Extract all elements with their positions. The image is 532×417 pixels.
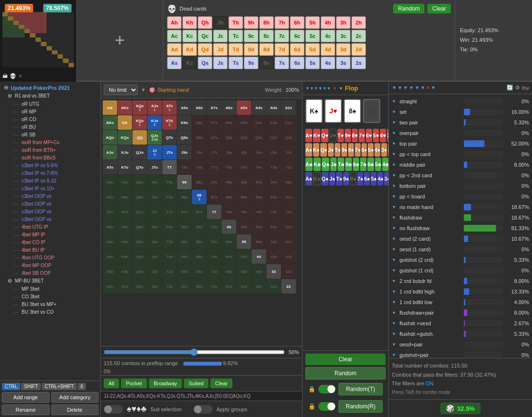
matrix-cell-r4-c11[interactable]: T3s — [266, 160, 281, 174]
matrix-cell-r5-c1[interactable]: K9o — [118, 175, 132, 189]
matrix-cell-r12-c0[interactable]: A2o — [103, 279, 117, 294]
flop-picker-Jd[interactable]: J♦ — [328, 143, 334, 157]
flop-picker-3d[interactable]: 3♦ — [381, 143, 387, 157]
matrix-cell-r2-c2[interactable]: QQ — [133, 130, 147, 145]
matrix-cell-r3-c4[interactable]: JTs — [162, 145, 177, 159]
matrix-cell-r3-c7[interactable]: J7s — [207, 145, 221, 159]
dead-card-Jc[interactable]: Jc — [213, 30, 228, 42]
matrix-cell-r8-c3[interactable]: J6o — [147, 220, 162, 234]
matrix-cell-r9-c2[interactable]: Q5o — [133, 234, 147, 249]
dead-card-4c[interactable]: 4c — [321, 30, 335, 42]
matrix-cell-r12-c7[interactable]: 72o — [207, 279, 221, 294]
matrix-cell-r3-c1[interactable]: KJo — [118, 145, 132, 159]
flop-picker-As[interactable]: A♠ — [305, 172, 312, 185]
dead-card-As[interactable]: As — [167, 57, 181, 69]
matrix-cell-r1-c10[interactable]: K4s — [252, 115, 266, 130]
matrix-cell-r4-c1[interactable]: KTo — [118, 160, 132, 174]
matrix-cell-r11-c7[interactable]: 73o — [207, 264, 221, 279]
tree-item-3[interactable]: —oR CO — [2, 115, 98, 123]
matrix-cell-r0-c5[interactable]: A9s — [177, 100, 192, 115]
matrix-cell-r0-c12[interactable]: A2s — [281, 100, 296, 115]
matrix-cell-r0-c9[interactable]: A5s — [237, 100, 251, 115]
dead-card-8d[interactable]: 8d — [259, 43, 274, 56]
stat-tri-pp-<-board[interactable]: ▼ — [392, 194, 398, 199]
flop-picker-8s[interactable]: 8♠ — [350, 172, 357, 185]
flop-picker-5s[interactable]: 5♠ — [371, 172, 376, 185]
flop-picker-Ah[interactable]: A♥ — [305, 129, 312, 142]
dead-card-Jh[interactable]: Jh — [213, 16, 228, 29]
dead-card-6s[interactable]: 6s — [290, 57, 304, 69]
matrix-cell-r3-c3[interactable]: JJ3 — [147, 145, 162, 159]
matrix-cell-r3-c6[interactable]: J8s — [192, 145, 206, 159]
flop-picker-4c[interactable]: 4♣ — [382, 158, 388, 171]
matrix-cell-r12-c11[interactable]: 32o — [266, 279, 281, 294]
dead-card-3s[interactable]: 3s — [336, 57, 351, 69]
tree-item-27[interactable]: —BU 3bet vs MP+ — [2, 300, 98, 308]
matrix-cell-r12-c9[interactable]: 52o — [237, 279, 251, 294]
flop-picker-9d[interactable]: 9♦ — [341, 143, 347, 157]
matrix-cell-r1-c12[interactable]: K2s — [281, 115, 296, 130]
dead-card-2d[interactable]: 2d — [351, 43, 366, 56]
matrix-cell-r8-c2[interactable]: Q6o — [133, 220, 147, 234]
flop-picker-Td[interactable]: T♦ — [335, 143, 340, 157]
matrix-cell-r9-c3[interactable]: J5o — [147, 234, 162, 249]
flop-picker-3h[interactable]: 3♥ — [387, 129, 388, 142]
matrix-cell-r10-c3[interactable]: J4o — [147, 249, 162, 264]
flop-picker-6s[interactable]: 6♠ — [364, 172, 370, 185]
stat-tri-no-flushdraw[interactable]: ▼ — [392, 226, 398, 231]
matrix-cell-r11-c6[interactable]: 83o — [192, 264, 206, 279]
flop-picker-6h[interactable]: 6♥ — [366, 129, 372, 142]
dead-card-Kh[interactable]: Kh — [182, 16, 197, 29]
stat-tri-bottom-pair[interactable]: ▼ — [392, 184, 398, 188]
ctrl-btn[interactable]: CTRL — [2, 383, 20, 390]
matrix-cell-r5-c12[interactable]: 92s — [281, 175, 296, 189]
matrix-cell-r2-c9[interactable]: Q5s — [237, 130, 251, 145]
stat-tri-2-crd-bckdr-fd[interactable]: ▼ — [392, 279, 398, 283]
matrix-cell-r5-c5[interactable]: 99 — [177, 175, 192, 189]
matrix-cell-r6-c3[interactable]: J8o — [147, 190, 162, 204]
matrix-cell-r5-c0[interactable]: A9o — [103, 175, 117, 189]
matrix-cell-r6-c10[interactable]: 84s — [252, 190, 266, 204]
matrix-cell-r1-c4[interactable]: KTs1 — [162, 115, 177, 130]
matrix-cell-r9-c5[interactable]: 95o — [177, 234, 192, 249]
matrix-cell-r11-c5[interactable]: 93o — [177, 264, 192, 279]
stat-tri-middle-pair[interactable]: ▼ — [392, 162, 398, 167]
matrix-cell-r10-c6[interactable]: 84o — [192, 249, 206, 264]
matrix-cell-r6-c8[interactable]: 86s — [222, 190, 236, 204]
stat-tri-1-crd-bdfd-high[interactable]: ▼ — [392, 289, 398, 294]
matrix-cell-r4-c10[interactable]: T4s — [252, 160, 266, 174]
matrix-cell-r3-c5[interactable]: J9s — [177, 145, 192, 159]
flop-picker-8h[interactable]: 8♥ — [352, 129, 358, 142]
dead-card-Qs[interactable]: Qs — [198, 57, 212, 69]
matrix-cell-r12-c4[interactable]: T2o — [162, 279, 177, 294]
tree-item-18[interactable]: —4bet MP IP — [2, 231, 98, 238]
matrix-cell-r10-c7[interactable]: 74o — [207, 249, 221, 264]
matrix-cell-r1-c5[interactable]: K9s — [177, 115, 192, 130]
matrix-cell-r0-c2[interactable]: AQs1 — [133, 100, 147, 115]
matrix-cell-r1-c6[interactable]: K8s — [192, 115, 206, 130]
matrix-cell-r6-c0[interactable]: A8o — [103, 190, 117, 204]
dead-card-7c[interactable]: 7c — [275, 30, 289, 42]
matrix-cell-r10-c10[interactable]: 44 — [252, 249, 266, 264]
shift-btn[interactable]: SHIFT — [21, 383, 41, 390]
matrix-cell-r8-c5[interactable]: 96o — [177, 220, 192, 234]
flop-card-3[interactable]: 8♠ — [344, 99, 361, 123]
matrix-cell-r5-c8[interactable]: 96s — [222, 175, 236, 189]
tree-item-24[interactable]: ⊖MP-BU 3BET — [2, 277, 98, 285]
flop-card-1[interactable]: K♠ — [305, 99, 323, 123]
matrix-cell-r10-c12[interactable]: 42s — [281, 249, 296, 264]
matrix-cell-r11-c1[interactable]: K3o — [118, 264, 132, 279]
tree-item-6[interactable]: —isoR from MP+Co — [2, 138, 98, 146]
stat-tri-top-pair[interactable]: ▼ — [392, 141, 398, 146]
matrix-cell-r4-c3[interactable]: JTo — [147, 160, 162, 174]
matrix-cell-r4-c4[interactable]: TT — [162, 160, 177, 174]
matrix-cell-r6-c12[interactable]: 82s — [281, 190, 296, 204]
tree-item-14[interactable]: —c3bet OOP vs — [2, 200, 98, 208]
flop-picker-Kh[interactable]: K♥ — [313, 129, 320, 142]
tree-item-21[interactable]: —4bet UTG OOP — [2, 254, 98, 261]
dead-card-Kc[interactable]: Kc — [182, 30, 197, 42]
matrix-cell-r1-c0[interactable]: AKo — [103, 115, 117, 130]
matrix-cell-r6-c1[interactable]: K8o — [118, 190, 132, 204]
matrix-cell-r2-c6[interactable]: Q8s — [192, 130, 206, 145]
matrix-cell-r5-c6[interactable]: 98s — [192, 175, 206, 189]
